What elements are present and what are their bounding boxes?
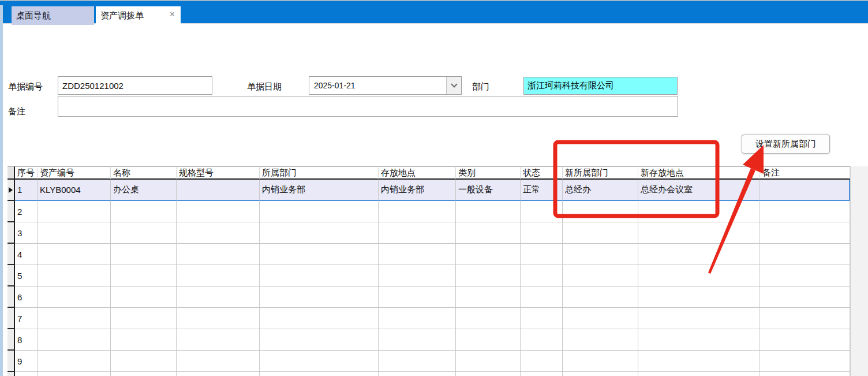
table-cell[interactable]: 5 [15, 265, 38, 286]
table-cell[interactable] [521, 372, 563, 376]
table-cell[interactable] [521, 222, 563, 244]
table-cell[interactable] [760, 201, 850, 222]
close-icon[interactable]: × [170, 10, 175, 19]
table-cell[interactable] [456, 244, 521, 265]
table-cell[interactable] [456, 222, 521, 244]
vertical-scrollbar[interactable] [850, 166, 868, 376]
table-cell[interactable] [111, 201, 177, 222]
table-cell[interactable] [638, 244, 760, 265]
table-cell[interactable] [760, 372, 850, 376]
table-cell[interactable] [111, 286, 177, 308]
table-cell[interactable] [38, 286, 111, 308]
table-cell[interactable] [177, 372, 260, 376]
table-cell[interactable] [379, 308, 456, 329]
table-cell[interactable] [260, 201, 379, 222]
table-cell[interactable] [260, 351, 379, 372]
table-cell[interactable] [38, 351, 111, 372]
table-cell[interactable] [638, 372, 760, 376]
table-cell[interactable] [111, 308, 177, 329]
table-cell[interactable] [456, 372, 521, 376]
row-selector[interactable] [8, 351, 15, 372]
header-cell[interactable]: 规格型号 [177, 166, 260, 180]
table-cell[interactable] [521, 201, 563, 222]
table-cell[interactable] [638, 201, 760, 222]
table-cell[interactable] [760, 286, 850, 308]
table-cell[interactable] [563, 329, 638, 351]
remarks-input[interactable] [58, 96, 678, 117]
row-selector[interactable] [8, 329, 15, 351]
dept-input[interactable]: 浙江珂莉科技有限公司 [523, 77, 678, 95]
table-cell[interactable] [521, 329, 563, 351]
table-cell[interactable] [760, 180, 850, 201]
table-cell[interactable]: 8 [15, 329, 38, 351]
table-cell[interactable] [456, 201, 521, 222]
row-selector[interactable] [8, 201, 15, 222]
table-cell[interactable]: 9 [15, 351, 38, 372]
table-cell[interactable]: 正常 [521, 180, 563, 201]
table-cell[interactable] [38, 329, 111, 351]
table-cell[interactable] [638, 286, 760, 308]
table-cell[interactable] [563, 222, 638, 244]
header-cell[interactable]: 类别 [456, 166, 521, 180]
table-cell[interactable] [521, 265, 563, 286]
table-cell[interactable] [521, 286, 563, 308]
table-cell[interactable] [111, 222, 177, 244]
table-cell[interactable] [177, 329, 260, 351]
row-selector[interactable] [8, 286, 15, 308]
table-cell[interactable] [38, 244, 111, 265]
table-cell[interactable] [456, 265, 521, 286]
row-selector[interactable] [8, 372, 15, 376]
table-cell[interactable] [177, 308, 260, 329]
doc-date-dropdown-button[interactable] [446, 77, 461, 94]
table-cell[interactable] [260, 308, 379, 329]
table-cell[interactable] [760, 265, 850, 286]
table-cell[interactable] [638, 222, 760, 244]
table-cell[interactable] [38, 201, 111, 222]
table-cell[interactable] [521, 308, 563, 329]
table-cell[interactable] [38, 372, 111, 376]
table-cell[interactable] [638, 351, 760, 372]
table-cell[interactable] [456, 351, 521, 372]
doc-no-input[interactable]: ZDD250121002 [58, 76, 212, 95]
table-cell[interactable]: 一般设备 [456, 180, 521, 201]
row-selector[interactable] [8, 308, 15, 329]
table-cell[interactable] [563, 244, 638, 265]
table-cell[interactable]: 2 [15, 201, 38, 222]
table-cell[interactable] [379, 244, 456, 265]
table-cell[interactable]: 办公桌 [111, 180, 177, 201]
table-cell[interactable] [379, 351, 456, 372]
row-selector[interactable] [8, 244, 15, 265]
table-cell[interactable] [563, 351, 638, 372]
table-cell[interactable] [563, 372, 638, 376]
table-cell[interactable] [177, 286, 260, 308]
table-cell[interactable] [456, 286, 521, 308]
table-cell[interactable] [260, 265, 379, 286]
header-cell[interactable]: 序号 [15, 166, 38, 180]
table-cell[interactable] [521, 351, 563, 372]
table-cell[interactable]: 10 [15, 372, 38, 376]
tab-desktop-navigation[interactable]: 桌面导航 [12, 6, 94, 25]
table-cell[interactable] [38, 222, 111, 244]
table-cell[interactable] [260, 286, 379, 308]
header-cell[interactable]: 新存放地点 [638, 166, 760, 180]
table-cell[interactable] [638, 329, 760, 351]
table-cell[interactable]: 6 [15, 286, 38, 308]
table-cell[interactable] [521, 244, 563, 265]
table-cell[interactable] [111, 372, 177, 376]
row-selector[interactable] [8, 222, 15, 244]
header-cell[interactable]: 新所属部门 [563, 166, 638, 180]
header-cell[interactable]: 存放地点 [379, 166, 456, 180]
set-new-department-button[interactable]: 设置新所属部门 [742, 135, 830, 154]
table-cell[interactable] [563, 201, 638, 222]
table-cell[interactable] [638, 265, 760, 286]
table-cell[interactable] [563, 286, 638, 308]
table-cell[interactable]: 内销业务部 [260, 180, 379, 201]
table-cell[interactable] [177, 201, 260, 222]
doc-date-combobox[interactable]: 2025-01-21 [309, 76, 462, 95]
header-cell[interactable]: 名称 [111, 166, 177, 180]
table-cell[interactable] [379, 372, 456, 376]
table-cell[interactable]: 4 [15, 244, 38, 265]
table-cell[interactable] [379, 329, 456, 351]
table-cell[interactable]: 内销业务部 [379, 180, 456, 201]
table-cell[interactable] [177, 244, 260, 265]
